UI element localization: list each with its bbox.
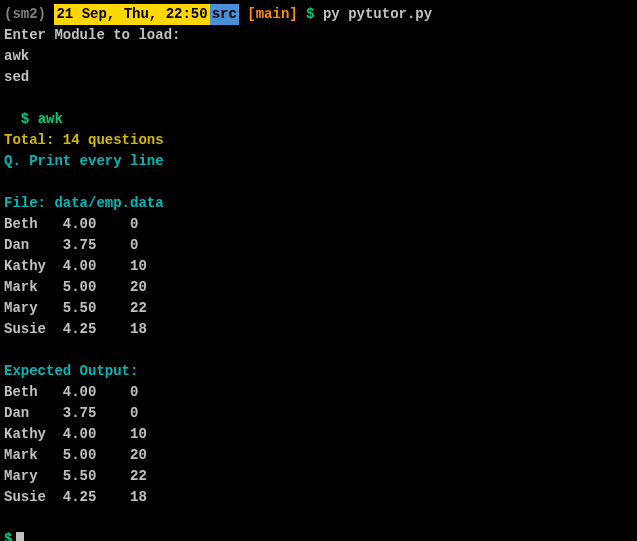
spacer	[298, 4, 306, 25]
file-label: File: data/emp.data	[4, 193, 633, 214]
file-data-row: Kathy 4.00 10	[4, 256, 633, 277]
datetime-label: 21 Sep, Thu, 22:50	[54, 4, 209, 25]
file-data-row: Dan 3.75 0	[4, 235, 633, 256]
blank-line	[4, 340, 633, 361]
input-value: awk	[38, 111, 63, 127]
input-prompt-symbol: $	[21, 111, 38, 127]
blank-line	[4, 172, 633, 193]
expected-output-label: Expected Output:	[4, 361, 633, 382]
file-data-row: Mark 5.00 20	[4, 277, 633, 298]
total-questions: Total: 14 questions	[4, 130, 633, 151]
file-data-row: Susie 4.25 18	[4, 319, 633, 340]
enter-module-prompt: Enter Module to load:	[4, 25, 633, 46]
module-input-line: $ awk	[4, 88, 633, 130]
file-data-row: Mary 5.50 22	[4, 298, 633, 319]
dir-label: src	[210, 4, 239, 25]
answer-input-line[interactable]: $	[4, 529, 633, 541]
blank-line	[4, 508, 633, 529]
question-text: Q. Print every line	[4, 151, 633, 172]
expected-output-row: Kathy 4.00 10	[4, 424, 633, 445]
env-label: (sm2)	[4, 4, 46, 25]
module-option-sed: sed	[4, 67, 633, 88]
branch-label: [main]	[247, 4, 297, 25]
expected-output-row: Mark 5.00 20	[4, 445, 633, 466]
expected-output-row: Susie 4.25 18	[4, 487, 633, 508]
prompt-symbol: $	[306, 4, 314, 25]
spacer	[46, 4, 54, 25]
file-data-block: Beth 4.00 0 Dan 3.75 0 Kathy 4.00 10 Mar…	[4, 214, 633, 340]
file-data-row: Beth 4.00 0	[4, 214, 633, 235]
module-option-awk: awk	[4, 46, 633, 67]
expected-output-row: Mary 5.50 22	[4, 466, 633, 487]
expected-output-row: Dan 3.75 0	[4, 403, 633, 424]
command-text: py pytutor.py	[323, 4, 432, 25]
cursor-icon	[16, 532, 24, 542]
spacer	[315, 4, 323, 25]
expected-output-row: Beth 4.00 0	[4, 382, 633, 403]
spacer	[239, 4, 247, 25]
answer-prompt-symbol: $	[4, 529, 12, 541]
expected-output-block: Beth 4.00 0 Dan 3.75 0 Kathy 4.00 10 Mar…	[4, 382, 633, 508]
shell-prompt-line: (sm2) 21 Sep, Thu, 22:50 src [main] $ py…	[4, 4, 633, 25]
